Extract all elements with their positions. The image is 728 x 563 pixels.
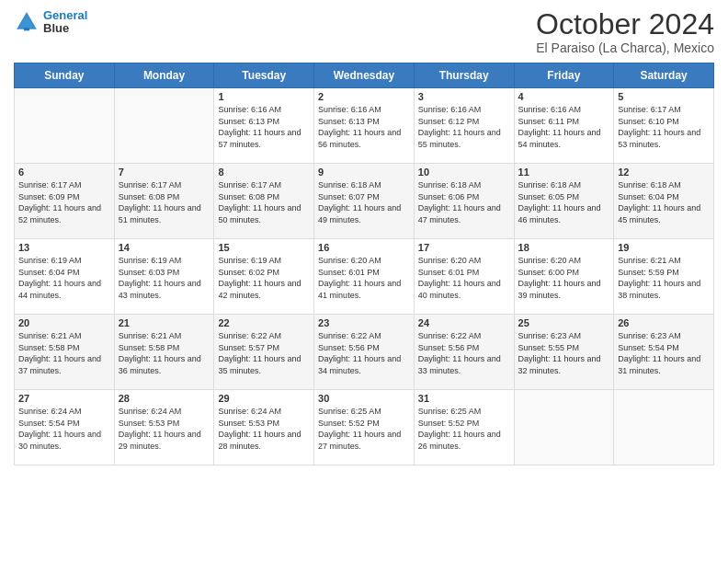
month-title: October 2024 (536, 9, 714, 39)
day-cell (614, 390, 714, 465)
day-number: 30 (318, 393, 410, 404)
svg-rect-2 (24, 29, 29, 31)
day-header-thursday: Thursday (414, 63, 514, 88)
cell-content: Sunrise: 6:24 AM Sunset: 5:53 PM Dayligh… (218, 406, 310, 452)
day-cell: 16Sunrise: 6:20 AM Sunset: 6:01 PM Dayli… (314, 239, 415, 315)
cell-content: Sunrise: 6:22 AM Sunset: 5:56 PM Dayligh… (318, 330, 410, 376)
week-row-5: 27Sunrise: 6:24 AM Sunset: 5:54 PM Dayli… (15, 390, 714, 465)
cell-content: Sunrise: 6:19 AM Sunset: 6:02 PM Dayligh… (218, 255, 310, 301)
day-number: 12 (618, 167, 710, 178)
day-cell: 7Sunrise: 6:17 AM Sunset: 6:08 PM Daylig… (114, 164, 214, 239)
week-row-1: 1Sunrise: 6:16 AM Sunset: 6:13 PM Daylig… (15, 88, 714, 164)
day-cell: 19Sunrise: 6:21 AM Sunset: 5:59 PM Dayli… (614, 239, 714, 315)
page: General Blue October 2024 El Paraiso (La… (0, 0, 728, 563)
day-number: 25 (518, 317, 610, 328)
day-cell: 6Sunrise: 6:17 AM Sunset: 6:09 PM Daylig… (15, 164, 115, 239)
cell-content: Sunrise: 6:20 AM Sunset: 6:01 PM Dayligh… (418, 255, 510, 301)
day-number: 18 (518, 242, 610, 253)
days-header-row: SundayMondayTuesdayWednesdayThursdayFrid… (15, 63, 714, 88)
day-number: 1 (218, 91, 310, 102)
day-number: 26 (618, 317, 710, 328)
cell-content: Sunrise: 6:24 AM Sunset: 5:53 PM Dayligh… (119, 406, 210, 452)
day-header-sunday: Sunday (15, 63, 115, 88)
day-header-saturday: Saturday (614, 63, 714, 88)
day-cell (514, 390, 614, 465)
cell-content: Sunrise: 6:20 AM Sunset: 6:01 PM Dayligh… (318, 255, 410, 301)
day-cell: 13Sunrise: 6:19 AM Sunset: 6:04 PM Dayli… (15, 239, 115, 315)
cell-content: Sunrise: 6:21 AM Sunset: 5:58 PM Dayligh… (119, 330, 210, 376)
cell-content: Sunrise: 6:25 AM Sunset: 5:52 PM Dayligh… (318, 406, 410, 452)
day-number: 7 (119, 167, 210, 178)
day-cell: 5Sunrise: 6:17 AM Sunset: 6:10 PM Daylig… (614, 88, 714, 164)
cell-content: Sunrise: 6:18 AM Sunset: 6:05 PM Dayligh… (518, 179, 610, 225)
day-number: 13 (18, 242, 110, 253)
logo: General Blue (14, 9, 87, 36)
day-number: 23 (318, 317, 410, 328)
day-number: 24 (418, 317, 510, 328)
day-number: 21 (119, 317, 210, 328)
day-cell: 12Sunrise: 6:18 AM Sunset: 6:04 PM Dayli… (614, 164, 714, 239)
day-cell: 27Sunrise: 6:24 AM Sunset: 5:54 PM Dayli… (15, 390, 115, 465)
cell-content: Sunrise: 6:16 AM Sunset: 6:12 PM Dayligh… (418, 104, 510, 150)
cell-content: Sunrise: 6:17 AM Sunset: 6:08 PM Dayligh… (119, 179, 210, 225)
day-number: 2 (318, 91, 410, 102)
cell-content: Sunrise: 6:16 AM Sunset: 6:11 PM Dayligh… (518, 104, 610, 150)
day-header-tuesday: Tuesday (214, 63, 314, 88)
day-header-friday: Friday (514, 63, 614, 88)
cell-content: Sunrise: 6:23 AM Sunset: 5:55 PM Dayligh… (518, 330, 610, 376)
day-cell: 10Sunrise: 6:18 AM Sunset: 6:06 PM Dayli… (414, 164, 514, 239)
day-cell: 24Sunrise: 6:22 AM Sunset: 5:56 PM Dayli… (414, 315, 514, 390)
day-number: 16 (318, 242, 410, 253)
week-row-2: 6Sunrise: 6:17 AM Sunset: 6:09 PM Daylig… (15, 164, 714, 239)
day-cell (15, 88, 115, 164)
day-number: 29 (218, 393, 310, 404)
day-number: 19 (618, 242, 710, 253)
logo-icon (14, 9, 40, 35)
day-cell: 25Sunrise: 6:23 AM Sunset: 5:55 PM Dayli… (514, 315, 614, 390)
day-number: 14 (119, 242, 210, 253)
day-number: 10 (418, 167, 510, 178)
day-number: 6 (18, 167, 110, 178)
cell-content: Sunrise: 6:18 AM Sunset: 6:07 PM Dayligh… (318, 179, 410, 225)
day-number: 31 (418, 393, 510, 404)
day-cell (114, 88, 214, 164)
day-number: 4 (518, 91, 610, 102)
cell-content: Sunrise: 6:19 AM Sunset: 6:03 PM Dayligh… (119, 255, 210, 301)
day-cell: 4Sunrise: 6:16 AM Sunset: 6:11 PM Daylig… (514, 88, 614, 164)
day-number: 3 (418, 91, 510, 102)
day-number: 28 (119, 393, 210, 404)
week-row-3: 13Sunrise: 6:19 AM Sunset: 6:04 PM Dayli… (15, 239, 714, 315)
cell-content: Sunrise: 6:18 AM Sunset: 6:06 PM Dayligh… (418, 179, 510, 225)
day-header-monday: Monday (114, 63, 214, 88)
day-cell: 11Sunrise: 6:18 AM Sunset: 6:05 PM Dayli… (514, 164, 614, 239)
cell-content: Sunrise: 6:21 AM Sunset: 5:58 PM Dayligh… (18, 330, 110, 376)
day-cell: 15Sunrise: 6:19 AM Sunset: 6:02 PM Dayli… (214, 239, 314, 315)
day-cell: 3Sunrise: 6:16 AM Sunset: 6:12 PM Daylig… (414, 88, 514, 164)
title-area: October 2024 El Paraiso (La Charca), Mex… (536, 9, 714, 55)
day-number: 15 (218, 242, 310, 253)
day-cell: 2Sunrise: 6:16 AM Sunset: 6:13 PM Daylig… (314, 88, 415, 164)
day-cell: 30Sunrise: 6:25 AM Sunset: 5:52 PM Dayli… (314, 390, 415, 465)
day-number: 9 (318, 167, 410, 178)
day-cell: 31Sunrise: 6:25 AM Sunset: 5:52 PM Dayli… (414, 390, 514, 465)
cell-content: Sunrise: 6:18 AM Sunset: 6:04 PM Dayligh… (618, 179, 710, 225)
day-cell: 18Sunrise: 6:20 AM Sunset: 6:00 PM Dayli… (514, 239, 614, 315)
cell-content: Sunrise: 6:17 AM Sunset: 6:09 PM Dayligh… (18, 179, 110, 225)
cell-content: Sunrise: 6:17 AM Sunset: 6:08 PM Dayligh… (218, 179, 310, 225)
logo-text: General Blue (43, 9, 87, 36)
logo-line1: General (43, 8, 87, 22)
day-number: 22 (218, 317, 310, 328)
header: General Blue October 2024 El Paraiso (La… (14, 9, 714, 55)
day-number: 17 (418, 242, 510, 253)
cell-content: Sunrise: 6:22 AM Sunset: 5:57 PM Dayligh… (218, 330, 310, 376)
calendar-table: SundayMondayTuesdayWednesdayThursdayFrid… (14, 63, 714, 465)
day-cell: 21Sunrise: 6:21 AM Sunset: 5:58 PM Dayli… (114, 315, 214, 390)
day-cell: 22Sunrise: 6:22 AM Sunset: 5:57 PM Dayli… (214, 315, 314, 390)
cell-content: Sunrise: 6:16 AM Sunset: 6:13 PM Dayligh… (218, 104, 310, 150)
day-cell: 29Sunrise: 6:24 AM Sunset: 5:53 PM Dayli… (214, 390, 314, 465)
day-cell: 14Sunrise: 6:19 AM Sunset: 6:03 PM Dayli… (114, 239, 214, 315)
day-number: 5 (618, 91, 710, 102)
day-number: 20 (18, 317, 110, 328)
location: El Paraiso (La Charca), Mexico (536, 40, 714, 55)
cell-content: Sunrise: 6:25 AM Sunset: 5:52 PM Dayligh… (418, 406, 510, 452)
